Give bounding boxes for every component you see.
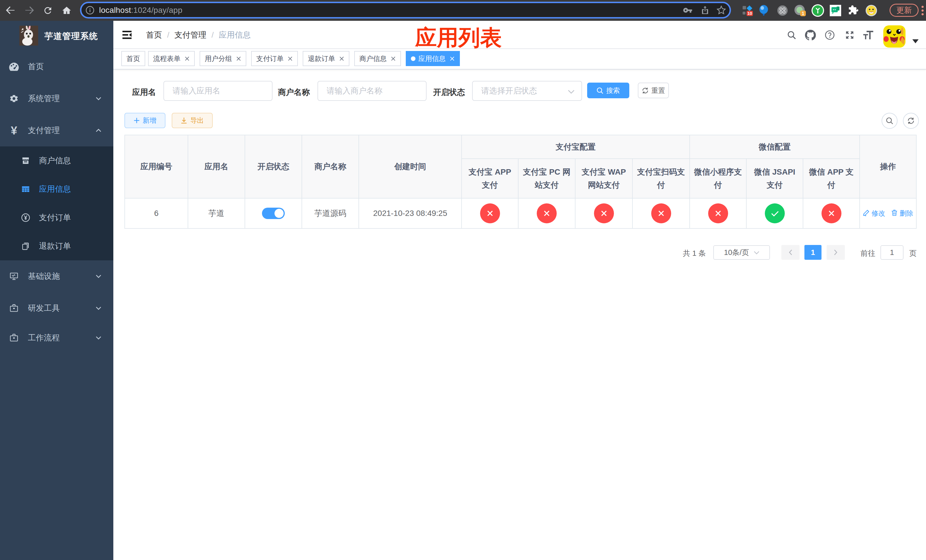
svg-text:1: 1 xyxy=(802,11,804,16)
svg-text:10: 10 xyxy=(747,11,752,16)
